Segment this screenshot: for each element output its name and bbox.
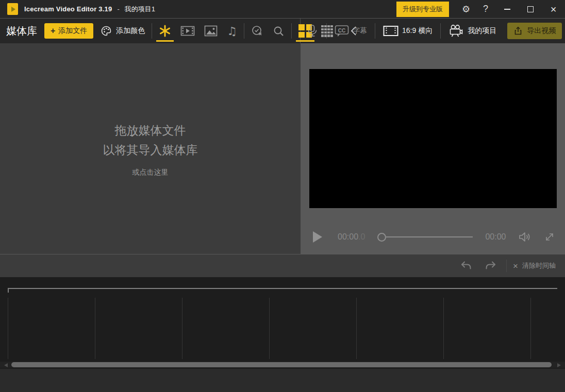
app-logo-icon bbox=[7, 3, 18, 15]
subtitles-button[interactable]: CC 字幕 bbox=[329, 19, 373, 43]
main-area: 拖放媒体文件 以将其导入媒体库 或点击这里 00:00.0 00:00 bbox=[0, 43, 565, 254]
toolbar: 媒体库 + 添加文件 添加颜色 bbox=[0, 19, 565, 43]
plus-icon: + bbox=[51, 27, 55, 35]
add-color-label: 添加颜色 bbox=[116, 26, 145, 36]
timeline-area[interactable] bbox=[0, 277, 565, 369]
export-video-label: 导出视频 bbox=[527, 26, 556, 36]
media-library-dropzone[interactable]: 拖放媒体文件 以将其导入媒体库 或点击这里 bbox=[0, 43, 301, 254]
media-library-toolbar: 媒体库 + 添加文件 添加颜色 bbox=[0, 19, 301, 43]
tab-audio[interactable]: ♫ bbox=[222, 19, 242, 43]
cc-subtitles-icon: CC bbox=[335, 25, 349, 38]
fullscreen-icon bbox=[544, 231, 555, 243]
check-circle-x-icon bbox=[251, 25, 263, 37]
drop-hint-line2: 以将其导入媒体库 bbox=[103, 140, 198, 160]
current-time: 00:00.0 bbox=[338, 232, 365, 242]
redo-icon bbox=[485, 261, 497, 271]
title-divider: - bbox=[117, 5, 119, 13]
fullscreen-button[interactable] bbox=[544, 231, 555, 243]
timeline-gridline bbox=[8, 298, 8, 359]
clear-timeline-label: 清除时间轴 bbox=[522, 261, 556, 270]
maximize-icon bbox=[527, 6, 534, 12]
app-window: Icecream Video Editor 3.19 - 我的项目1 升级到专业… bbox=[0, 0, 565, 392]
my-projects-label: 我的项目 bbox=[468, 26, 496, 36]
close-button[interactable]: × bbox=[542, 0, 565, 18]
scroll-right-arrow[interactable] bbox=[557, 363, 561, 367]
microphone-icon bbox=[306, 24, 319, 38]
player-controls: 00:00.0 00:00 bbox=[309, 225, 556, 249]
toolbar-separator bbox=[291, 23, 292, 39]
timeline-gridline bbox=[356, 298, 357, 359]
movie-camera-icon bbox=[448, 24, 464, 38]
toolbar-separator bbox=[244, 23, 244, 39]
add-file-label: 添加文件 bbox=[58, 26, 87, 36]
project-toolbar: CC 字幕 16:9 横向 bbox=[301, 19, 565, 43]
scroll-left-arrow[interactable] bbox=[4, 363, 8, 367]
palette-icon bbox=[100, 25, 112, 37]
drop-hint-line1: 拖放媒体文件 bbox=[115, 121, 186, 140]
settings-button[interactable]: ⚙ bbox=[456, 0, 476, 18]
image-icon bbox=[204, 25, 218, 37]
add-file-button[interactable]: + 添加文件 bbox=[44, 23, 93, 39]
svg-text:CC: CC bbox=[338, 27, 345, 33]
star-asterisk-icon bbox=[159, 24, 171, 38]
active-tab-underline bbox=[156, 40, 174, 42]
clear-timeline-button[interactable]: × 清除时间轴 bbox=[511, 261, 558, 270]
video-preview[interactable] bbox=[309, 69, 557, 208]
toolbar-separator bbox=[440, 23, 441, 39]
timeline-gridline bbox=[95, 298, 95, 359]
upgrade-to-pro-button[interactable]: 升级到专业版 bbox=[396, 2, 449, 17]
seek-track[interactable] bbox=[386, 236, 473, 237]
export-video-button[interactable]: 导出视频 bbox=[507, 23, 562, 39]
toolbar-separator bbox=[152, 23, 152, 39]
filter-unused-button[interactable] bbox=[246, 19, 268, 43]
aspect-ratio-label: 16:9 横向 bbox=[402, 26, 433, 36]
gear-icon: ⚙ bbox=[462, 4, 470, 15]
click-hint: 或点击这里 bbox=[132, 168, 169, 177]
timeline-toolbar-separator bbox=[506, 260, 507, 272]
aspect-frame-icon bbox=[383, 25, 398, 37]
add-color-button[interactable]: 添加颜色 bbox=[95, 19, 149, 43]
seek-handle[interactable] bbox=[377, 233, 386, 242]
timeline-gridline bbox=[530, 298, 531, 359]
seek-slider[interactable] bbox=[377, 233, 473, 242]
undo-button[interactable] bbox=[455, 261, 477, 271]
close-icon: × bbox=[551, 4, 557, 14]
redo-button[interactable] bbox=[479, 261, 502, 271]
bottom-strip bbox=[0, 369, 565, 392]
app-title: Icecream Video Editor 3.19 bbox=[24, 5, 112, 13]
my-projects-button[interactable]: 我的项目 bbox=[443, 19, 502, 43]
timeline-gridline bbox=[269, 298, 270, 359]
minimize-icon bbox=[504, 9, 510, 10]
playhead-tick[interactable] bbox=[8, 288, 9, 293]
search-button[interactable] bbox=[268, 19, 289, 43]
record-voice-button[interactable] bbox=[301, 19, 324, 43]
play-button[interactable] bbox=[313, 231, 322, 243]
upload-icon bbox=[513, 26, 523, 36]
media-library-title: 媒体库 bbox=[6, 24, 37, 38]
undo-icon bbox=[460, 261, 472, 271]
toolbar-separator bbox=[375, 23, 375, 39]
player-panel: 00:00.0 00:00 bbox=[301, 43, 565, 254]
search-icon bbox=[273, 25, 285, 37]
timeline-ruler bbox=[8, 288, 557, 289]
help-icon: ? bbox=[483, 4, 488, 14]
tab-photos[interactable] bbox=[200, 19, 222, 43]
volume-button[interactable] bbox=[518, 231, 531, 243]
subtitles-label: 字幕 bbox=[353, 26, 367, 36]
help-button[interactable]: ? bbox=[476, 0, 495, 18]
timeline-toolbar: × 清除时间轴 bbox=[0, 254, 565, 277]
aspect-ratio-button[interactable]: 16:9 横向 bbox=[377, 19, 438, 43]
volume-icon bbox=[518, 231, 531, 243]
tab-videos[interactable] bbox=[176, 19, 200, 43]
scrollbar-thumb[interactable] bbox=[11, 362, 552, 367]
timeline-gridline bbox=[443, 298, 444, 359]
title-bar: Icecream Video Editor 3.19 - 我的项目1 升级到专业… bbox=[0, 0, 565, 19]
project-name: 我的项目1 bbox=[125, 5, 155, 14]
maximize-button[interactable] bbox=[519, 0, 542, 18]
minimize-button[interactable] bbox=[495, 0, 519, 18]
tab-all-media[interactable] bbox=[154, 19, 176, 43]
timeline-horizontal-scrollbar[interactable] bbox=[0, 362, 565, 368]
current-time-fraction: .0 bbox=[358, 232, 365, 241]
music-note-icon: ♫ bbox=[227, 25, 237, 38]
clear-x-icon: × bbox=[513, 262, 518, 270]
